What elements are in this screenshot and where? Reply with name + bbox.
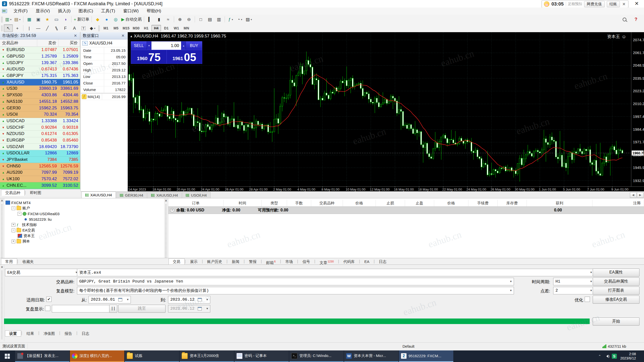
sell-price[interactable]: 1960 75 bbox=[131, 50, 167, 64]
navigator-close-icon[interactable]: ✕ bbox=[0, 199, 4, 203]
navigator-tab-0[interactable]: 常用 bbox=[1, 258, 17, 265]
terminal-tab-EA[interactable]: EA bbox=[360, 258, 374, 265]
terminal-tab-警报[interactable]: 警报 bbox=[245, 258, 261, 265]
market-watch-row[interactable]: ▼NZDUSD0.612740.61305 bbox=[0, 131, 80, 137]
menu-item-f[interactable]: 文件(F) bbox=[10, 8, 32, 15]
market-watch-row[interactable]: ▼CHN5012565.5912576.59 bbox=[0, 163, 80, 169]
line-chart-button[interactable]: ≈ bbox=[164, 16, 173, 23]
navigator-ea-zibenwang[interactable]: 资本王 bbox=[4, 233, 164, 239]
tester-period-select[interactable]: H1▼ bbox=[553, 278, 594, 285]
terminal-column-0[interactable]: 订单 bbox=[168, 200, 224, 206]
terminal-column-5[interactable]: 价格 bbox=[343, 200, 376, 206]
buy-button[interactable]: BUY bbox=[186, 41, 202, 50]
autotrading-button[interactable]: ▶自动交易 bbox=[120, 16, 143, 23]
market-watch-row[interactable]: ▼EURUSD1.074871.07501 bbox=[0, 47, 80, 53]
tester-tab-3[interactable]: 报告 bbox=[60, 330, 76, 337]
navigator-scripts[interactable]: +脚本 bbox=[4, 239, 164, 244]
horizontal-line-tool[interactable]: — bbox=[34, 24, 43, 32]
terminal-drag-handle[interactable]: ✕ bbox=[164, 198, 168, 265]
terminal-tab-信号[interactable]: 信号 bbox=[298, 258, 314, 265]
volume-icon[interactable] bbox=[605, 355, 608, 358]
terminal-tab-新闻[interactable]: 新闻 bbox=[227, 258, 244, 265]
market-watch-row[interactable]: ▲UK1007570.427572.02 bbox=[0, 176, 80, 183]
volume-input[interactable]: 1.00 bbox=[151, 41, 181, 50]
chart-upload-button[interactable]: ● bbox=[102, 16, 111, 23]
timeframe-h1[interactable]: H1 bbox=[141, 25, 151, 31]
hidden-icons-chevron-icon[interactable]: ⌃ bbox=[598, 354, 601, 358]
terminal-column-9[interactable]: 手续费 bbox=[468, 200, 498, 206]
terminal-tab-账户历史[interactable]: 账户历史 bbox=[203, 258, 226, 265]
metaeditor-button[interactable]: ◆ bbox=[93, 16, 102, 23]
market-watch-button[interactable]: ▦ bbox=[25, 16, 34, 23]
terminal-column-3[interactable]: 手数 bbox=[287, 200, 311, 206]
navigator-root[interactable]: FXCM MT4 bbox=[4, 200, 164, 205]
market-watch-row[interactable]: ▲XAUUSD1960.751961.05 bbox=[0, 79, 80, 85]
market-watch-row[interactable]: ▼JPYBasket73847385 bbox=[0, 157, 80, 163]
market-watch-row[interactable]: ▼AUDUSD0.674130.67436 bbox=[0, 66, 80, 73]
terminal-column-12[interactable]: 注释 bbox=[592, 200, 644, 206]
terminal-tab-邮箱[interactable]: 邮箱6 bbox=[262, 258, 280, 265]
skip-to-button[interactable]: 跳至 bbox=[118, 305, 166, 313]
bar-chart-button[interactable]: ▍ bbox=[145, 16, 154, 23]
zoom-out-button[interactable]: ⊖ bbox=[184, 16, 193, 23]
terminal-column-7[interactable]: 止盈 bbox=[405, 200, 434, 206]
optimize-checkbox[interactable] bbox=[585, 297, 590, 302]
tester-ea-file-select[interactable]: 资本王.ex4▼ bbox=[77, 269, 594, 276]
taskbar-item-mt4[interactable]: 295162229: FXCM... bbox=[399, 350, 453, 362]
terminal-button[interactable]: ▭ bbox=[52, 16, 61, 23]
chart-tab-0[interactable]: XAUUSD,H4 bbox=[82, 192, 116, 198]
new-order-button[interactable]: +新订单 bbox=[73, 16, 90, 23]
menu-item-w[interactable]: 窗口(W) bbox=[119, 8, 143, 15]
balance-expand-icon[interactable]: + bbox=[170, 208, 174, 212]
terminal-column-10[interactable]: 库存费 bbox=[498, 200, 527, 206]
indicators-button[interactable]: ƒ▾ bbox=[226, 16, 235, 23]
terminal-column-6[interactable]: 止损 bbox=[376, 200, 405, 206]
tester-model-select[interactable]: 每个即时价格(基于所有可利用的最小时段的每一个价格的分形插值计算)▼ bbox=[77, 287, 514, 294]
start-button[interactable] bbox=[0, 350, 15, 362]
menu-item-v[interactable]: 显示(V) bbox=[32, 8, 54, 15]
terminal-tab-交易[interactable]: 交易 bbox=[169, 258, 185, 265]
trendline-tool[interactable]: ╱ bbox=[43, 24, 52, 32]
chart-tab-2[interactable]: XAUUSD,H4 bbox=[147, 192, 182, 198]
market-watch-row[interactable]: ▲USDJPY139.367139.386 bbox=[0, 60, 80, 66]
crosshair-tool[interactable]: + bbox=[13, 24, 22, 32]
expand-box-icon[interactable]: + bbox=[12, 223, 15, 227]
open-chart-button[interactable]: 打开图表 bbox=[593, 287, 639, 295]
pause-button[interactable]: | | bbox=[109, 305, 117, 313]
tester-tab-4[interactable]: 日志 bbox=[77, 330, 94, 337]
timeframe-m5[interactable]: M5 bbox=[111, 25, 121, 31]
menu-item-i[interactable]: 插入(I) bbox=[54, 8, 74, 15]
market-watch-row[interactable]: ▲SPX5004303.864304.46 bbox=[0, 92, 80, 99]
taskbar-item-cmd[interactable]: >_管理员: C:\Windo... bbox=[289, 350, 344, 362]
market-watch-row[interactable]: ▲USDCAD1.333881.33424 bbox=[0, 118, 80, 124]
fibonacci-tool[interactable]: F bbox=[61, 24, 70, 32]
tab-scroll-left-button[interactable]: ◀ bbox=[630, 192, 636, 198]
tester-tab-1[interactable]: 结果 bbox=[22, 330, 38, 337]
volume-decrease-button[interactable]: ▼ bbox=[147, 41, 151, 50]
market-watch-row[interactable]: ▲GBPJPY175.315175.363 bbox=[0, 73, 80, 79]
market-watch-close-icon[interactable]: ✕ bbox=[73, 33, 78, 38]
terminal-close-icon[interactable]: ✕ bbox=[164, 199, 168, 203]
ea-properties-button[interactable]: EA属性 bbox=[593, 268, 639, 277]
tile-vertical-button[interactable]: ▥ bbox=[214, 16, 223, 23]
vertical-line-tool[interactable]: | bbox=[25, 24, 34, 32]
timeframe-h4[interactable]: H4 bbox=[151, 25, 161, 31]
chart-tab-1[interactable]: GER30,H4 bbox=[116, 192, 147, 198]
tester-type-select[interactable]: EA交易▼ bbox=[5, 269, 79, 276]
toolbar-drag-handle[interactable] bbox=[98, 25, 100, 31]
sell-button[interactable]: SELL bbox=[131, 41, 147, 50]
terminal-tab-代码库[interactable]: 代码库 bbox=[339, 258, 359, 265]
toolbar-drag-handle[interactable] bbox=[1, 16, 3, 22]
menu-item-h[interactable]: 帮助(H) bbox=[143, 8, 165, 15]
strategy-tester-button[interactable]: ◑ bbox=[61, 16, 70, 23]
visual-speed-slider[interactable] bbox=[52, 305, 112, 312]
terminal-tab-文章[interactable]: 文章1230 bbox=[315, 258, 338, 265]
status-profile[interactable]: Default bbox=[403, 344, 415, 348]
modify-ea-button[interactable]: 修改EA交易 bbox=[593, 296, 639, 304]
window-close-button[interactable]: ✕ bbox=[633, 1, 640, 7]
navigator-tab-1[interactable]: 收藏夹 bbox=[18, 258, 38, 265]
templates-button[interactable]: ▨▾ bbox=[244, 16, 253, 23]
market-watch-row[interactable]: ▲AUS2007097.997099.19 bbox=[0, 169, 80, 176]
tester-tab-2[interactable]: 净值图 bbox=[39, 330, 59, 337]
from-date-field[interactable]: 2023.06.01▼ bbox=[89, 296, 131, 303]
